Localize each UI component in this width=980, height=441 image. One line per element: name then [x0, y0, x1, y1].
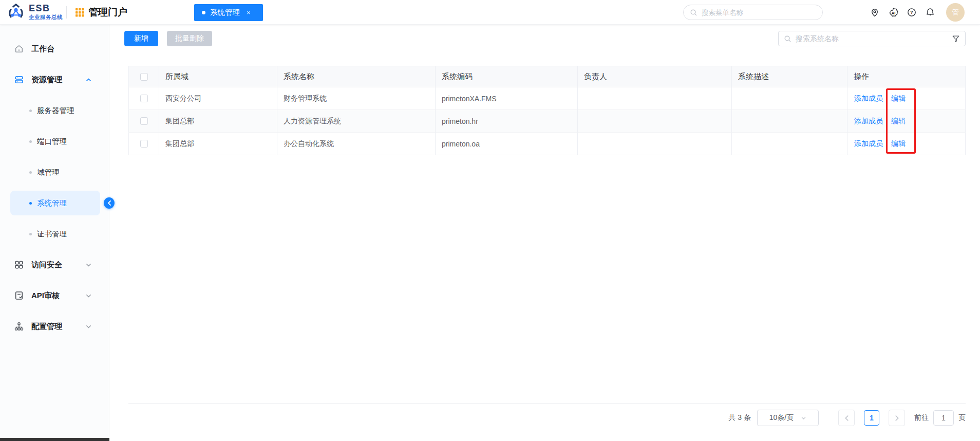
user-avatar[interactable]: 管	[946, 3, 965, 22]
logo-subtitle: 企业服务总线	[29, 14, 63, 20]
tab-system-management[interactable]: 系统管理 ×	[194, 4, 263, 21]
avatar-label: 管	[952, 8, 959, 17]
goto-label: 前往	[914, 413, 929, 422]
sidebar-item-certificate-management[interactable]: 证书管理	[10, 222, 100, 246]
home-icon	[14, 44, 24, 54]
sidebar-item-config-management[interactable]: 配置管理	[0, 314, 109, 339]
row-checkbox[interactable]	[140, 95, 148, 102]
cell-owner	[578, 87, 732, 110]
search-icon	[690, 9, 698, 16]
select-all-checkbox[interactable]	[140, 73, 148, 81]
edit-link[interactable]: 编辑	[891, 117, 906, 126]
portal-grid-icon	[76, 8, 84, 17]
cell-description	[732, 87, 847, 110]
chevron-down-icon	[801, 415, 806, 421]
cell-description	[732, 110, 847, 133]
sidebar-item-system-management[interactable]: 系统管理	[10, 191, 100, 215]
bell-icon[interactable]	[925, 7, 936, 18]
grid-icon	[14, 260, 24, 270]
chevron-up-icon	[85, 77, 92, 83]
cell-domain: 集团总部	[159, 133, 277, 155]
add-member-link[interactable]: 添加成员	[854, 94, 883, 103]
next-page-button[interactable]	[889, 410, 905, 426]
sidebar-item-workbench[interactable]: 工作台	[0, 36, 109, 61]
page-1-button[interactable]: 1	[864, 410, 879, 426]
search-icon	[784, 35, 791, 43]
add-member-link[interactable]: 添加成员	[854, 117, 883, 126]
sidebar-item-label: 配置管理	[31, 322, 62, 332]
table-row: 西安分公司 财务管理系统 primetonXA.FMS 添加成员 编辑	[128, 87, 966, 110]
page-unit-label: 页	[958, 413, 966, 422]
sitemap-icon	[14, 321, 24, 332]
app-root: ESB 企业服务总线 管理门户 系统管理 ×	[0, 0, 980, 441]
sidebar-item-label: 系统管理	[37, 198, 67, 208]
column-header-system-code: 系统编码	[436, 66, 578, 87]
table-header-row: 所属域 系统名称 系统编码 负责人 系统描述 操作	[128, 66, 966, 87]
cell-owner	[578, 110, 732, 133]
menu-search	[683, 5, 823, 20]
cell-system-name: 财务管理系统	[277, 87, 436, 110]
bullet-dot-icon	[29, 233, 32, 235]
sidebar-item-domain-management[interactable]: 域管理	[10, 160, 100, 185]
pagination-bar: 共 3 条 10条/页 1 前往	[128, 403, 966, 426]
column-header-actions: 操作	[847, 66, 966, 87]
tab-label: 系统管理	[210, 8, 240, 17]
menu-search-input[interactable]	[701, 8, 816, 17]
sidebar-nav: 工作台 资源管理 服务器管理 端口	[0, 25, 109, 441]
sidebar-item-label: API审核	[31, 291, 60, 301]
cell-system-name: 办公自动化系统	[277, 133, 436, 155]
tab-active-dot	[202, 11, 205, 14]
esb-logo-icon	[7, 3, 25, 21]
sidebar-item-label: 服务器管理	[37, 106, 74, 116]
sidebar-item-label: 工作台	[31, 44, 54, 54]
total-count-label: 共 3 条	[728, 413, 751, 422]
sidebar-item-resource-management[interactable]: 资源管理	[0, 67, 109, 92]
sidebar-item-server-management[interactable]: 服务器管理	[10, 98, 100, 123]
bullet-dot-icon	[29, 140, 32, 143]
help-icon[interactable]: ?	[906, 7, 917, 18]
sidebar-item-api-review[interactable]: API审核	[0, 283, 109, 308]
add-member-link[interactable]: 添加成员	[854, 139, 883, 149]
chevron-down-icon	[85, 323, 92, 330]
tab-close-icon[interactable]: ×	[247, 9, 251, 16]
sidebar-item-label: 端口管理	[37, 137, 67, 146]
systems-table: 所属域 系统名称 系统编码 负责人 系统描述 操作 西安分公司 财务管理系统 p…	[128, 66, 966, 155]
bullet-dot-icon	[29, 171, 32, 174]
esb-logo: ESB 企业服务总线	[7, 3, 63, 21]
logo-title: ESB	[29, 4, 63, 13]
table-row: 集团总部 办公自动化系统 primeton.oa 添加成员 编辑	[128, 133, 966, 155]
edit-link[interactable]: 编辑	[891, 139, 906, 149]
ai-assistant-icon[interactable]: AI	[888, 7, 899, 18]
sidebar-collapse-handle[interactable]	[104, 197, 115, 209]
filter-funnel-icon[interactable]	[952, 34, 960, 43]
chevron-down-icon	[85, 292, 92, 299]
goto-page-input[interactable]	[933, 410, 954, 426]
column-header-domain: 所属域	[159, 66, 277, 87]
cell-domain: 西安分公司	[159, 87, 277, 110]
doc-icon	[14, 290, 24, 301]
row-checkbox[interactable]	[140, 140, 148, 148]
sidebar-item-label: 域管理	[37, 168, 60, 177]
location-pin-icon[interactable]	[869, 7, 880, 18]
table-row: 集团总部 人力资源管理系统 primeton.hr 添加成员 编辑	[128, 110, 966, 133]
cell-description	[732, 133, 847, 155]
row-checkbox[interactable]	[140, 117, 148, 125]
system-search	[778, 31, 966, 46]
sidebar-item-label: 资源管理	[31, 75, 62, 85]
edit-link[interactable]: 编辑	[891, 94, 906, 103]
prev-page-button[interactable]	[838, 410, 855, 426]
cell-owner	[578, 133, 732, 155]
batch-delete-button[interactable]: 批量删除	[167, 31, 212, 46]
system-search-input[interactable]	[795, 34, 949, 43]
page-size-select[interactable]: 10条/页	[757, 410, 819, 426]
sidebar-item-label: 证书管理	[37, 229, 67, 239]
chevron-down-icon	[85, 262, 92, 268]
sidebar-item-access-security[interactable]: 访问安全	[0, 252, 109, 277]
svg-text:AI: AI	[891, 10, 895, 15]
header-icon-group: AI ?	[869, 0, 936, 25]
portal-brand: 管理门户	[76, 0, 127, 25]
add-button[interactable]: 新增	[124, 31, 158, 46]
cell-system-code: primetonXA.FMS	[436, 87, 578, 110]
svg-text:?: ?	[910, 10, 913, 15]
sidebar-item-port-management[interactable]: 端口管理	[10, 129, 100, 154]
